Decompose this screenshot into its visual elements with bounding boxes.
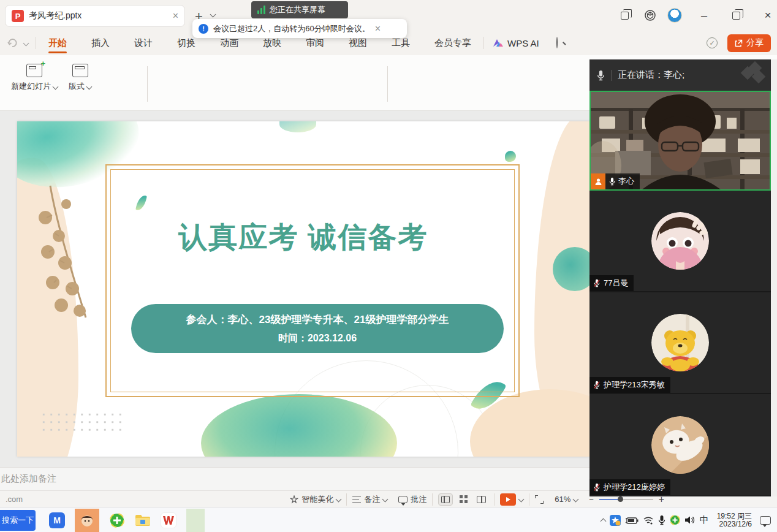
slide-decor-leaf xyxy=(505,151,516,162)
wps-presentation-icon: P xyxy=(12,10,24,22)
beautify-button[interactable]: 智能美化 xyxy=(284,494,346,505)
slide-title[interactable]: 认真应考 诚信备考 xyxy=(17,218,589,257)
ime-indicator[interactable]: 中 xyxy=(700,514,709,526)
mic-muted-icon xyxy=(593,279,601,287)
comment-button[interactable]: 批注 xyxy=(393,494,432,505)
tab-design[interactable]: 设计 xyxy=(122,31,165,55)
undo-dropdown-chevron-icon[interactable] xyxy=(23,40,29,46)
meeting-duration-notice: ! 会议已超过2人，自动转为60分钟限时会议。 × xyxy=(192,19,407,38)
new-slide-icon xyxy=(26,64,42,77)
tab-home[interactable]: 开始 xyxy=(36,31,79,55)
system-tray: 中 19:52 周三 2023/12/6 xyxy=(601,512,777,528)
divider xyxy=(611,70,612,81)
slide-decor-leaf xyxy=(279,121,316,132)
taskbar-wps-icon[interactable] xyxy=(161,512,176,528)
speaking-label: 正在讲话：李心; xyxy=(618,69,684,81)
host-person-icon xyxy=(591,173,605,189)
zoom-slider-knob[interactable] xyxy=(618,496,623,502)
tab-list-chevron-icon[interactable] xyxy=(210,12,216,18)
tab-insert[interactable]: 插入 xyxy=(79,31,122,55)
sync-check-icon[interactable]: ✓ xyxy=(707,37,718,48)
notification-center-icon[interactable] xyxy=(760,516,771,525)
notice-close-icon[interactable]: × xyxy=(375,24,381,34)
speaker-icon[interactable] xyxy=(684,515,696,525)
minimize-button[interactable]: – xyxy=(697,9,711,22)
tab-wps-ai[interactable]: WPS AI xyxy=(484,38,548,48)
participant-avatar xyxy=(651,314,709,371)
participant-name: 77吕曼 xyxy=(604,278,628,289)
redo-icon[interactable] xyxy=(7,39,18,48)
clock-time: 19:52 周三 xyxy=(717,512,752,520)
comment-icon xyxy=(398,496,407,503)
tray-app-icon[interactable] xyxy=(610,515,621,526)
taskbar-active-app-icon[interactable] xyxy=(75,509,99,532)
reading-view-button[interactable] xyxy=(474,493,488,506)
user-avatar[interactable] xyxy=(667,8,682,23)
slide-decor-dot-grid xyxy=(40,411,124,434)
watermark-logo xyxy=(743,63,767,88)
tab-member[interactable]: 会员专享 xyxy=(422,31,483,55)
meeting-speaker-header: 正在讲话：李心; xyxy=(589,59,771,91)
participant-name: 护理学212庞婷婷 xyxy=(604,482,665,493)
participant-nameplate: 77吕曼 xyxy=(589,275,634,291)
notes-button[interactable]: 备注 xyxy=(347,494,393,505)
new-slide-button[interactable]: 新建幻灯片 xyxy=(11,64,58,92)
participant-tile[interactable]: 护理学212庞婷婷 xyxy=(589,394,771,495)
fit-slide-button[interactable] xyxy=(535,495,544,504)
participant-tile[interactable]: 77吕曼 xyxy=(589,191,771,292)
close-button[interactable]: × xyxy=(761,9,775,22)
taskbar-file-explorer-icon[interactable] xyxy=(135,512,151,528)
zoom-slider[interactable] xyxy=(599,499,653,500)
share-button[interactable]: 分享 xyxy=(727,34,771,52)
zoom-level[interactable]: 61% xyxy=(549,495,583,504)
taskbar-app-tile[interactable] xyxy=(186,509,205,532)
search-icon xyxy=(556,37,558,48)
windows-taskbar: 搜索一下 M 中 19:52 周三 2023/12/6 xyxy=(0,507,777,532)
menu-search[interactable] xyxy=(548,37,566,48)
slide-frame xyxy=(105,164,520,397)
mic-muted-icon xyxy=(593,381,601,389)
meeting-panel: 正在讲话：李心; xyxy=(589,59,771,496)
wifi-icon[interactable] xyxy=(643,516,654,525)
banner-participants: 参会人：李心、23级护理学专升本、21级护理学部分学生 xyxy=(186,313,449,327)
notice-text: 会议已超过2人，自动转为60分钟限时会议。 xyxy=(213,23,370,34)
screen-sharing-indicator: 您正在共享屏幕 xyxy=(251,1,348,18)
share-arrow-icon xyxy=(735,39,743,47)
participant-name: 李心 xyxy=(618,176,634,187)
tray-mic-icon[interactable] xyxy=(658,515,665,525)
workspace-cube-icon[interactable] xyxy=(643,9,657,22)
slide-sorter-button[interactable] xyxy=(456,493,471,506)
divider xyxy=(387,66,388,102)
banner-date: 时间：2023.12.06 xyxy=(278,332,357,345)
layout-button[interactable]: 版式 xyxy=(69,64,91,92)
slideshow-button[interactable] xyxy=(495,493,529,506)
play-icon xyxy=(500,493,516,506)
multi-window-icon[interactable] xyxy=(618,9,631,22)
document-tab[interactable]: P 考风考纪.pptx × xyxy=(5,5,185,27)
mic-muted-icon xyxy=(593,483,601,492)
battery-icon[interactable] xyxy=(625,516,639,525)
participant-nameplate: 护理学212庞婷婷 xyxy=(589,479,670,495)
tray-expand-icon[interactable] xyxy=(600,519,606,525)
taskbar-360-icon[interactable] xyxy=(109,512,125,528)
sharing-text: 您正在共享屏幕 xyxy=(270,4,325,15)
participant-tile-video[interactable]: 李心 xyxy=(589,91,771,191)
tray-360-icon[interactable] xyxy=(670,515,680,525)
taskbar-meeting-app-icon[interactable]: M xyxy=(49,512,65,528)
taskbar-search-box[interactable]: 搜索一下 xyxy=(0,510,36,531)
participant-name: 护理学213宋秀敏 xyxy=(604,379,665,390)
clock-date: 2023/12/6 xyxy=(717,520,752,528)
slide-banner[interactable]: 参会人：李心、23级护理学专升本、21级护理学部分学生 时间：2023.12.0… xyxy=(131,304,504,353)
slide[interactable]: 认真应考 诚信备考 参会人：李心、23级护理学专升本、21级护理学部分学生 时间… xyxy=(17,121,589,457)
tab-title: 考风考纪.pptx xyxy=(29,10,168,21)
scrollbar-strip[interactable] xyxy=(771,59,777,496)
taskbar-clock[interactable]: 19:52 周三 2023/12/6 xyxy=(717,512,752,528)
normal-view-button[interactable] xyxy=(438,493,453,506)
tab-close-icon[interactable]: × xyxy=(173,11,178,21)
participant-avatar xyxy=(651,416,709,474)
participant-nameplate: 李心 xyxy=(591,173,640,189)
participant-tile[interactable]: 护理学213宋秀敏 xyxy=(589,292,771,394)
participant-nameplate: 护理学213宋秀敏 xyxy=(589,377,670,393)
restore-button[interactable] xyxy=(729,9,743,22)
participant-avatar xyxy=(651,212,709,270)
